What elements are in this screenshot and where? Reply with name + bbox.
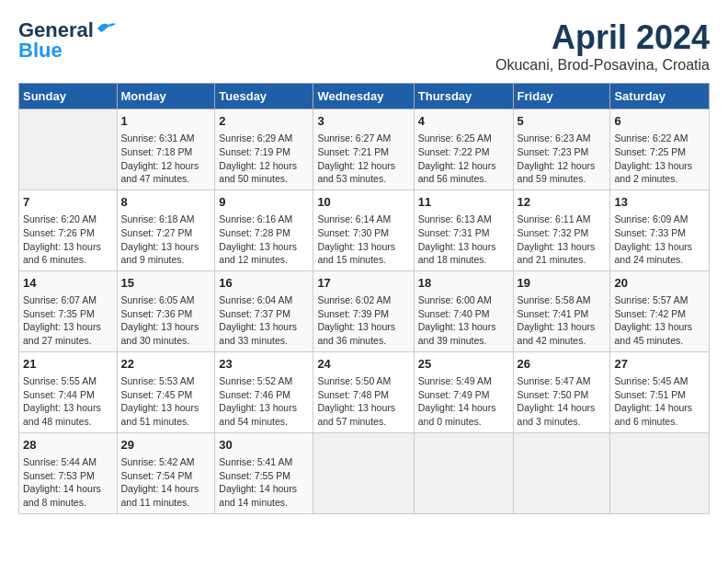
day-number: 11 [418, 194, 509, 211]
day-number: 17 [317, 275, 409, 292]
calendar-cell [19, 109, 118, 190]
day-number: 25 [418, 356, 509, 373]
calendar-cell: 8Sunrise: 6:18 AMSunset: 7:27 PMDaylight… [117, 190, 215, 270]
day-number: 27 [614, 356, 705, 373]
cell-content: Sunrise: 6:31 AMSunset: 7:18 PMDaylight:… [121, 132, 211, 186]
day-number: 26 [518, 356, 607, 373]
day-number: 13 [614, 194, 705, 211]
calendar-cell: 5Sunrise: 6:23 AMSunset: 7:23 PMDaylight… [513, 109, 610, 190]
calendar-cell: 3Sunrise: 6:27 AMSunset: 7:21 PMDaylight… [313, 109, 414, 190]
cell-content: Sunrise: 5:45 AMSunset: 7:51 PMDaylight:… [614, 374, 705, 429]
calendar-cell: 9Sunrise: 6:16 AMSunset: 7:28 PMDaylight… [215, 190, 313, 270]
day-number: 7 [23, 194, 113, 211]
calendar-cell: 21Sunrise: 5:55 AMSunset: 7:44 PMDayligh… [19, 351, 118, 432]
cell-content: Sunrise: 5:52 AMSunset: 7:46 PMDaylight:… [219, 374, 309, 429]
calendar-cell: 12Sunrise: 6:11 AMSunset: 7:32 PMDayligh… [513, 190, 610, 270]
cell-content: Sunrise: 6:09 AMSunset: 7:33 PMDaylight:… [614, 213, 705, 267]
day-number: 8 [121, 194, 211, 211]
calendar-cell: 23Sunrise: 5:52 AMSunset: 7:46 PMDayligh… [215, 351, 313, 432]
day-number: 3 [317, 113, 409, 130]
cell-content: Sunrise: 6:20 AMSunset: 7:26 PMDaylight:… [23, 213, 113, 267]
calendar-week-row: 7Sunrise: 6:20 AMSunset: 7:26 PMDaylight… [19, 190, 710, 270]
header-cell-saturday: Saturday [610, 84, 710, 109]
logo: General Blue [18, 18, 116, 63]
calendar-cell: 13Sunrise: 6:09 AMSunset: 7:33 PMDayligh… [610, 190, 710, 270]
cell-content: Sunrise: 5:42 AMSunset: 7:54 PMDaylight:… [121, 455, 211, 510]
cell-content: Sunrise: 6:07 AMSunset: 7:35 PMDaylight:… [23, 293, 113, 348]
calendar-week-row: 1Sunrise: 6:31 AMSunset: 7:18 PMDaylight… [19, 109, 710, 190]
cell-content: Sunrise: 6:11 AMSunset: 7:32 PMDaylight:… [518, 213, 607, 267]
calendar-cell: 11Sunrise: 6:13 AMSunset: 7:31 PMDayligh… [414, 190, 513, 270]
cell-content: Sunrise: 6:23 AMSunset: 7:23 PMDaylight:… [518, 132, 607, 186]
header-cell-sunday: Sunday [19, 84, 118, 109]
calendar-cell: 28Sunrise: 5:44 AMSunset: 7:53 PMDayligh… [19, 432, 118, 513]
calendar-week-row: 28Sunrise: 5:44 AMSunset: 7:53 PMDayligh… [19, 432, 710, 513]
page-header: General Blue April 2024 Okucani, Brod-Po… [18, 18, 710, 74]
day-number: 5 [518, 113, 607, 130]
cell-content: Sunrise: 5:47 AMSunset: 7:50 PMDaylight:… [518, 374, 607, 429]
day-number: 28 [23, 437, 113, 454]
calendar-header: SundayMondayTuesdayWednesdayThursdayFrid… [19, 84, 710, 109]
cell-content: Sunrise: 6:00 AMSunset: 7:40 PMDaylight:… [418, 293, 509, 348]
calendar-cell [313, 432, 414, 513]
title-block: April 2024 Okucani, Brod-Posavina, Croat… [495, 18, 710, 74]
calendar-table: SundayMondayTuesdayWednesdayThursdayFrid… [18, 83, 710, 514]
cell-content: Sunrise: 5:55 AMSunset: 7:44 PMDaylight:… [23, 374, 113, 429]
day-number: 22 [121, 356, 211, 373]
day-number: 23 [219, 356, 309, 373]
cell-content: Sunrise: 5:57 AMSunset: 7:42 PMDaylight:… [614, 293, 705, 348]
day-number: 14 [23, 275, 113, 292]
calendar-cell: 14Sunrise: 6:07 AMSunset: 7:35 PMDayligh… [19, 270, 118, 351]
day-number: 12 [518, 194, 607, 211]
calendar-cell: 22Sunrise: 5:53 AMSunset: 7:45 PMDayligh… [117, 351, 215, 432]
day-number: 1 [121, 113, 211, 130]
calendar-cell: 20Sunrise: 5:57 AMSunset: 7:42 PMDayligh… [610, 270, 710, 351]
cell-content: Sunrise: 6:16 AMSunset: 7:28 PMDaylight:… [219, 213, 309, 267]
day-number: 21 [23, 356, 113, 373]
calendar-cell: 29Sunrise: 5:42 AMSunset: 7:54 PMDayligh… [117, 432, 215, 513]
cell-content: Sunrise: 5:44 AMSunset: 7:53 PMDaylight:… [23, 455, 113, 510]
calendar-cell: 27Sunrise: 5:45 AMSunset: 7:51 PMDayligh… [610, 351, 710, 432]
calendar-cell: 6Sunrise: 6:22 AMSunset: 7:25 PMDaylight… [610, 109, 710, 190]
day-number: 20 [614, 275, 705, 292]
day-number: 9 [219, 194, 309, 211]
cell-content: Sunrise: 5:41 AMSunset: 7:55 PMDaylight:… [219, 455, 309, 510]
cell-content: Sunrise: 5:50 AMSunset: 7:48 PMDaylight:… [317, 374, 409, 429]
day-number: 18 [418, 275, 509, 292]
day-number: 19 [518, 275, 607, 292]
header-row: SundayMondayTuesdayWednesdayThursdayFrid… [19, 84, 710, 109]
cell-content: Sunrise: 5:49 AMSunset: 7:49 PMDaylight:… [418, 374, 509, 429]
cell-content: Sunrise: 6:13 AMSunset: 7:31 PMDaylight:… [418, 213, 509, 267]
logo-bird-icon [96, 21, 116, 36]
calendar-week-row: 21Sunrise: 5:55 AMSunset: 7:44 PMDayligh… [19, 351, 710, 432]
calendar-cell: 19Sunrise: 5:58 AMSunset: 7:41 PMDayligh… [513, 270, 610, 351]
calendar-cell: 10Sunrise: 6:14 AMSunset: 7:30 PMDayligh… [313, 190, 414, 270]
day-number: 2 [219, 113, 309, 130]
header-cell-tuesday: Tuesday [215, 84, 313, 109]
day-number: 29 [121, 437, 211, 454]
cell-content: Sunrise: 6:04 AMSunset: 7:37 PMDaylight:… [219, 293, 309, 348]
calendar-cell: 18Sunrise: 6:00 AMSunset: 7:40 PMDayligh… [414, 270, 513, 351]
cell-content: Sunrise: 6:27 AMSunset: 7:21 PMDaylight:… [317, 132, 409, 186]
header-cell-thursday: Thursday [414, 84, 513, 109]
calendar-cell: 17Sunrise: 6:02 AMSunset: 7:39 PMDayligh… [313, 270, 414, 351]
calendar-cell: 24Sunrise: 5:50 AMSunset: 7:48 PMDayligh… [313, 351, 414, 432]
day-number: 30 [219, 437, 309, 454]
calendar-cell: 26Sunrise: 5:47 AMSunset: 7:50 PMDayligh… [513, 351, 610, 432]
calendar-cell: 16Sunrise: 6:04 AMSunset: 7:37 PMDayligh… [215, 270, 313, 351]
calendar-cell: 1Sunrise: 6:31 AMSunset: 7:18 PMDaylight… [117, 109, 215, 190]
cell-content: Sunrise: 5:53 AMSunset: 7:45 PMDaylight:… [121, 374, 211, 429]
calendar-cell: 30Sunrise: 5:41 AMSunset: 7:55 PMDayligh… [215, 432, 313, 513]
calendar-cell: 2Sunrise: 6:29 AMSunset: 7:19 PMDaylight… [215, 109, 313, 190]
cell-content: Sunrise: 6:25 AMSunset: 7:22 PMDaylight:… [418, 132, 509, 186]
calendar-cell: 15Sunrise: 6:05 AMSunset: 7:36 PMDayligh… [117, 270, 215, 351]
cell-content: Sunrise: 6:18 AMSunset: 7:27 PMDaylight:… [121, 213, 211, 267]
cell-content: Sunrise: 6:22 AMSunset: 7:25 PMDaylight:… [614, 132, 705, 186]
day-number: 15 [121, 275, 211, 292]
calendar-cell [414, 432, 513, 513]
calendar-cell: 7Sunrise: 6:20 AMSunset: 7:26 PMDaylight… [19, 190, 118, 270]
header-cell-wednesday: Wednesday [313, 84, 414, 109]
cell-content: Sunrise: 5:58 AMSunset: 7:41 PMDaylight:… [518, 293, 607, 348]
day-number: 4 [418, 113, 509, 130]
day-number: 24 [317, 356, 409, 373]
